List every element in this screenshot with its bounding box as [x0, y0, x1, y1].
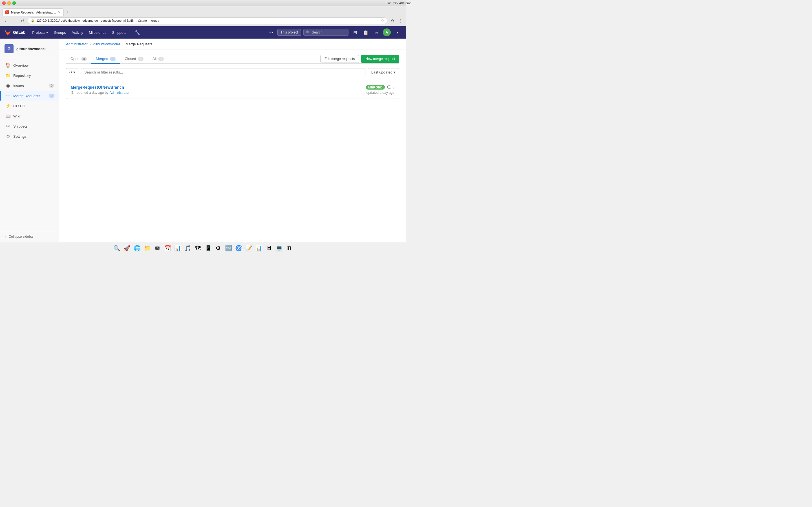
tab-bar: GL Merge Requests · Administrato... ✕ +	[0, 6, 406, 16]
header-nav-snippets[interactable]: Snippets	[110, 29, 129, 36]
sort-label: Last updated	[371, 70, 393, 74]
tab-merged[interactable]: Merged 1	[91, 54, 120, 64]
sidebar-item-overview[interactable]: 🏠 Overview	[0, 61, 59, 70]
back-button[interactable]: ‹	[2, 17, 9, 24]
dock-icon-calendar[interactable]: 📅	[163, 244, 172, 252]
mr-item-left: MergeRequestOfNewBranch !1 · opened a da…	[71, 85, 344, 95]
sidebar-item-label: Overview	[13, 63, 29, 68]
wrench-icon-button[interactable]: 🔧	[133, 28, 142, 37]
dock-icon-appstore[interactable]: 📱	[204, 244, 213, 252]
sidebar-item-issues[interactable]: ◉ Issues 0	[0, 81, 59, 91]
chevron-down-icon: ▾	[46, 31, 48, 35]
dock-icon-notes[interactable]: 📊	[173, 244, 182, 252]
forward-button[interactable]: ›	[11, 17, 17, 24]
new-tab-button[interactable]: +	[64, 8, 71, 16]
issues-button[interactable]: 📋	[361, 28, 370, 37]
collapse-icon: «	[4, 235, 6, 238]
collapse-sidebar-button[interactable]: « Collapse sidebar	[4, 235, 54, 238]
dock-icon-terminal[interactable]: 🖥	[264, 244, 273, 252]
dock-icon-excel[interactable]: 📊	[254, 244, 263, 252]
address-bar[interactable]: 🔒 127.0.0.1:32001/root/githubflowmodel/m…	[28, 17, 388, 24]
tab-open[interactable]: Open 0	[66, 54, 91, 64]
sidebar-item-settings[interactable]: ⚙ Settings	[0, 131, 59, 141]
close-window-button[interactable]	[2, 1, 6, 5]
project-name[interactable]: githubflowmodel	[16, 47, 46, 51]
merge-requests-icon: ⇿	[5, 93, 10, 98]
comment-icon: 💬	[387, 86, 391, 89]
plus-icon-button[interactable]: + ▾	[267, 28, 275, 37]
merge-requests-badge: 0	[49, 94, 54, 98]
new-merge-request-button[interactable]: New merge request	[361, 55, 399, 63]
sidebar-item-cicd[interactable]: ⚡ CI / CD	[0, 101, 59, 111]
this-project-button[interactable]: This project	[277, 29, 301, 36]
dock-icon-finder2[interactable]: 📁	[143, 244, 152, 252]
comments-count: 0	[393, 86, 395, 89]
issues-icon: ◉	[5, 83, 10, 88]
tab-title: Merge Requests · Administrato...	[11, 11, 56, 14]
menu-button[interactable]: ⋮	[397, 17, 404, 24]
minimize-window-button[interactable]	[7, 1, 11, 5]
breadcrumb-project[interactable]: githubflowmodel	[93, 42, 120, 46]
sidebar-item-repository[interactable]: 📁 Repository	[0, 71, 59, 80]
merge-request-item: MergeRequestOfNewBranch !1 · opened a da…	[66, 81, 399, 99]
mr-title[interactable]: MergeRequestOfNewBranch	[71, 85, 344, 90]
dock-icon-code[interactable]: 💻	[274, 244, 284, 252]
bookmark-icon[interactable]: ☆	[381, 18, 384, 23]
breadcrumb-administrator[interactable]: Administrator	[66, 42, 88, 46]
tab-closed[interactable]: Closed 0	[120, 54, 148, 64]
sidebar-item-label: Snippets	[13, 124, 28, 128]
search-icon: 🔍	[306, 31, 310, 34]
open-count-badge: 0	[81, 57, 87, 61]
search-filter-input[interactable]	[81, 68, 365, 76]
sidebar-item-snippets[interactable]: ✂ Snippets	[0, 121, 59, 131]
breadcrumb-current: Merge Requests	[125, 42, 152, 46]
dock-icon-safari[interactable]: 🌐	[133, 244, 142, 252]
mr-status-badge: MERGED	[366, 85, 385, 90]
page-content: Open 0 Merged 1 Closed 0 All 1 Edit merg…	[59, 50, 406, 103]
header-nav-activity[interactable]: Activity	[69, 29, 86, 36]
chevron-down-icon-header[interactable]: ▾	[393, 28, 402, 37]
header-nav-milestones[interactable]: Milestones	[87, 29, 109, 36]
mr-id: !1	[71, 91, 73, 95]
dock-icon-word[interactable]: 📝	[244, 244, 253, 252]
dock-icon-chrome[interactable]: 🌀	[234, 244, 243, 252]
global-search-box[interactable]: 🔍 Search	[303, 29, 349, 36]
tab-all[interactable]: All 1	[148, 54, 168, 64]
all-count-badge: 1	[158, 57, 164, 61]
user-avatar[interactable]: A	[383, 29, 391, 36]
history-icon: ↺	[69, 70, 72, 74]
dock-icon-settings[interactable]: ⚙	[214, 244, 223, 252]
dock-icon-music[interactable]: 🎵	[183, 244, 192, 252]
dock-icon-trash[interactable]: 🗑	[285, 244, 294, 252]
merge-requests-button[interactable]: ⇿	[372, 28, 380, 37]
header-nav-groups[interactable]: Groups	[52, 29, 68, 36]
project-avatar: G	[4, 44, 13, 53]
fullscreen-window-button[interactable]	[12, 1, 16, 5]
dock: 🔍 🚀 🌐 📁 ✉ 📅 📊 🎵 🗺 📱 ⚙ 🔤 🌀 📝 📊 🖥 💻 🗑	[0, 242, 406, 253]
dock-icon-launchpad[interactable]: 🚀	[122, 244, 132, 252]
sidebar-item-wiki[interactable]: 📖 Wiki	[0, 111, 59, 121]
gitlab-logo[interactable]: GitLab	[4, 29, 26, 36]
cicd-icon: ⚡	[5, 103, 10, 108]
mr-comments: 💬 0	[387, 86, 395, 89]
dock-icon-mail[interactable]: ✉	[153, 244, 162, 252]
dock-icon-finder[interactable]: 🔍	[112, 244, 121, 252]
tab-close-button[interactable]: ✕	[58, 10, 61, 14]
extensions-button[interactable]: ⚙	[389, 17, 396, 24]
breadcrumb: Administrator › githubflowmodel › Merge …	[59, 39, 406, 50]
dock-icon-pinyin[interactable]: 🔤	[224, 244, 233, 252]
sidebar-item-merge-requests[interactable]: ⇿ Merge Requests 0	[0, 91, 59, 101]
active-tab[interactable]: GL Merge Requests · Administrato... ✕	[2, 8, 64, 16]
header-nav: Projects ▾ Groups Activity Milestones Sn…	[30, 29, 129, 36]
sort-dropdown[interactable]: Last updated ▾	[368, 68, 399, 76]
view-toggle-button[interactable]: ⊞	[351, 28, 359, 37]
filter-icon-button[interactable]: ↺ ▾	[66, 68, 79, 76]
dock-icon-maps[interactable]: 🗺	[193, 244, 202, 252]
header-nav-projects[interactable]: Projects ▾	[30, 29, 50, 36]
mr-right-top: MERGED 💬 0	[366, 85, 395, 90]
reload-button[interactable]: ↺	[19, 17, 26, 24]
edit-merge-requests-button[interactable]: Edit merge requests	[320, 55, 359, 63]
mr-meta: !1 · opened a day ago by Administrator	[71, 91, 344, 95]
mr-author-link[interactable]: Administrator	[109, 91, 130, 95]
content-area: Administrator › githubflowmodel › Merge …	[59, 39, 406, 242]
